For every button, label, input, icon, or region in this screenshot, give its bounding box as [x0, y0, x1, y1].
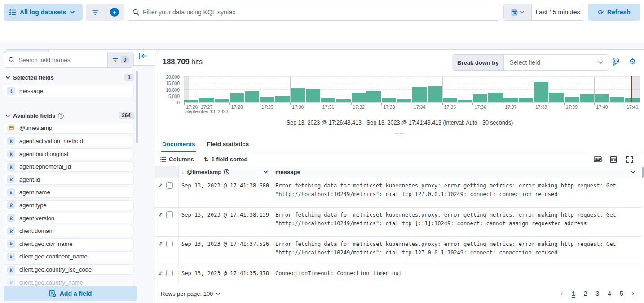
table-row[interactable]: Sep 13, 2023 @ 17:41:35.878ConnectionTim…: [155, 266, 641, 284]
field-item[interactable]: kagent.version: [4, 213, 134, 223]
row-checkbox[interactable]: [166, 211, 173, 218]
page-button-2[interactable]: 2: [581, 289, 590, 298]
sort-fields-button[interactable]: ⇅ 1 field sorted: [204, 156, 248, 163]
histogram-bar[interactable]: [336, 99, 351, 102]
expand-row-icon[interactable]: [158, 270, 163, 276]
tab-field-statistics[interactable]: Field statistics: [206, 138, 250, 152]
top-bar: All log datasets + Last 15 minu: [0, 0, 644, 24]
histogram-bar[interactable]: [230, 93, 244, 102]
histogram-bar[interactable]: [245, 91, 259, 102]
row-timestamp: Sep 13, 2023 @ 17:41:38.680: [179, 178, 271, 207]
field-item[interactable]: @timestamp: [4, 123, 134, 134]
gear-icon[interactable]: ⚙: [629, 57, 638, 66]
table-row[interactable]: Sep 13, 2023 @ 17:41:37.526Error fetchin…: [155, 237, 641, 266]
fullscreen-icon[interactable]: [626, 156, 634, 163]
tab-documents[interactable]: Documents: [161, 138, 196, 152]
histogram-bar[interactable]: [443, 98, 457, 102]
dataset-selector-button[interactable]: All log datasets: [4, 4, 83, 21]
histogram-bar[interactable]: [397, 99, 411, 102]
keyword-field-icon: k: [7, 240, 15, 248]
field-item[interactable]: kclient.domain: [4, 226, 134, 236]
breakdown-select[interactable]: Select field: [504, 55, 609, 70]
expand-row-icon[interactable]: [158, 241, 163, 247]
histogram-bar[interactable]: [382, 98, 396, 102]
table-row[interactable]: Sep 13, 2023 @ 17:41:38.139Error fetchin…: [155, 208, 641, 237]
field-item[interactable]: kagent.ephemeral_id: [4, 161, 134, 172]
page-button-4[interactable]: 4: [605, 289, 614, 298]
field-item[interactable]: kagent.type: [4, 200, 134, 211]
histogram-bar[interactable]: [458, 100, 472, 102]
previous-page-icon[interactable]: ‹: [559, 290, 565, 298]
histogram-bar[interactable]: [519, 98, 533, 102]
kql-search-bar[interactable]: [128, 4, 500, 21]
expand-row-icon[interactable]: [158, 212, 163, 218]
columns-button[interactable]: Columns: [160, 156, 194, 163]
field-item[interactable]: kclient.geo.country_iso_code: [4, 264, 134, 275]
histogram-bar[interactable]: [412, 87, 427, 102]
histogram-bar[interactable]: [275, 96, 290, 102]
histogram-bar[interactable]: [565, 97, 579, 102]
histogram-bar[interactable]: [366, 91, 381, 102]
selected-fields-header[interactable]: Selected fields 1: [5, 74, 134, 81]
available-fields-header[interactable]: Available fields ? 264: [5, 112, 134, 119]
page-button-5[interactable]: 5: [617, 289, 626, 298]
histogram-bar[interactable]: [352, 93, 366, 103]
histogram-bar[interactable]: [306, 89, 320, 102]
row-controls: [155, 208, 179, 236]
add-field-button[interactable]: Add a field: [4, 286, 137, 301]
field-item[interactable]: kagent.name: [4, 187, 134, 198]
expand-row-icon[interactable]: [158, 183, 163, 188]
rows-per-page-button[interactable]: Rows per page: 100: [161, 290, 221, 297]
timestamp-column-header[interactable]: ↓ @timestamp: [179, 166, 271, 178]
kql-input[interactable]: [143, 9, 495, 16]
field-item[interactable]: kagent.activation_method: [4, 136, 134, 147]
next-page-icon[interactable]: ›: [630, 290, 636, 298]
histogram-bar[interactable]: [473, 94, 487, 102]
collapse-sidebar-icon[interactable]: [139, 52, 148, 60]
field-item[interactable]: kclient.geo.city_name: [4, 238, 134, 249]
field-item[interactable]: kagent.build.original: [4, 148, 134, 159]
display-density-icon[interactable]: [610, 156, 618, 163]
histogram-bar[interactable]: [321, 98, 335, 102]
row-checkbox[interactable]: [166, 241, 173, 247]
histogram-bar[interactable]: [215, 99, 229, 102]
field-item[interactable]: kclient.geo.continent_name: [4, 251, 134, 262]
histogram-bar[interactable]: [595, 94, 609, 102]
keyboard-icon[interactable]: [594, 156, 602, 163]
table-scrollbar[interactable]: [642, 167, 644, 178]
table-row[interactable]: Sep 13, 2023 @ 17:41:38.680Error fetchin…: [155, 178, 641, 208]
histogram-bar[interactable]: [260, 97, 274, 102]
date-picker-menu-button[interactable]: [504, 4, 532, 20]
message-column-header[interactable]: message: [271, 166, 641, 178]
row-checkbox[interactable]: [166, 182, 173, 189]
chevron-down-icon[interactable]: [263, 169, 268, 174]
field-filter-button[interactable]: 0: [107, 52, 133, 67]
time-range-value[interactable]: Last 15 minutes: [532, 4, 584, 20]
row-checkbox[interactable]: [166, 270, 173, 276]
histogram-bar[interactable]: [503, 98, 518, 102]
refresh-button[interactable]: ⟳ Refresh: [588, 4, 640, 21]
field-item[interactable]: kagent.id: [4, 174, 134, 185]
add-filter-button[interactable]: +: [105, 4, 124, 21]
histogram-plot[interactable]: [184, 77, 640, 103]
filter-button[interactable]: [86, 4, 105, 21]
histogram-bar[interactable]: [291, 88, 305, 102]
chart-resize-handle[interactable]: ══: [155, 130, 644, 137]
open-in-lens-icon[interactable]: [612, 57, 621, 66]
chevron-down-icon[interactable]: [631, 169, 635, 174]
histogram-bar[interactable]: [549, 93, 564, 102]
histogram-bar[interactable]: [534, 82, 548, 102]
x-axis-label: 17:37: [505, 104, 516, 110]
histogram-bar[interactable]: [199, 98, 214, 102]
keyword-field-icon: k: [7, 214, 15, 222]
field-search-input[interactable]: [18, 57, 103, 63]
field-item[interactable]: tmessage: [4, 85, 134, 97]
histogram-bar[interactable]: [488, 93, 503, 102]
histogram-bar[interactable]: [428, 86, 442, 102]
sidebar-scrollbar[interactable]: [136, 71, 138, 143]
keyword-field-icon: k: [7, 278, 15, 286]
histogram-bar[interactable]: [580, 94, 594, 102]
histogram-bar[interactable]: [610, 97, 624, 102]
page-button-1[interactable]: 1: [569, 289, 578, 298]
page-button-3[interactable]: 3: [593, 289, 602, 298]
